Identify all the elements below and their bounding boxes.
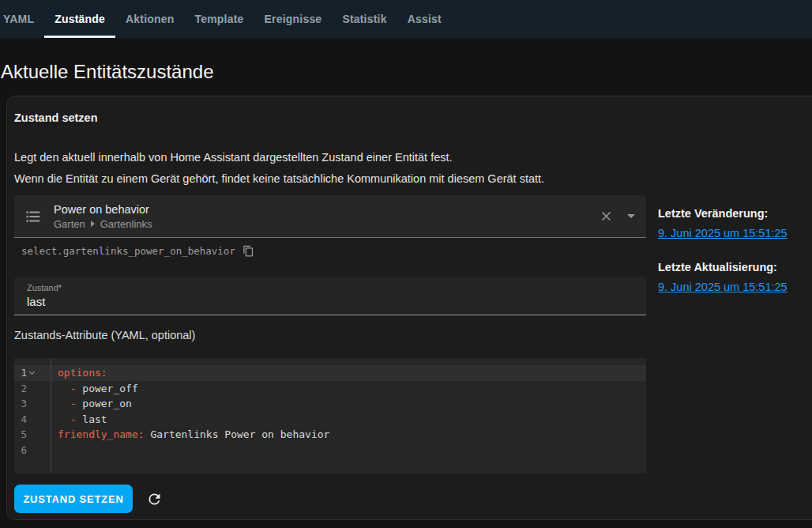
state-field[interactable]: Zustand* last xyxy=(14,277,646,315)
state-field-label: Zustand* xyxy=(27,283,633,292)
last-updated-link[interactable]: 9. Juni 2025 um 15:51:25 xyxy=(658,281,788,293)
tab-bar: YAMLZuständeAktionenTemplateEreignisseSt… xyxy=(0,0,812,38)
actions-row: ZUSTAND SETZEN xyxy=(14,485,646,513)
entity-breadcrumb: Garten Gartenlinks xyxy=(54,218,599,230)
set-state-button[interactable]: ZUSTAND SETZEN xyxy=(14,485,133,513)
tab-label: Assist xyxy=(408,13,442,25)
code-line: - power_off xyxy=(51,381,646,397)
last-updated-label: Letzte Aktualisierung: xyxy=(658,261,812,273)
breadcrumb-arrow-icon xyxy=(91,221,95,227)
clear-entity-button[interactable] xyxy=(599,209,614,224)
tab-template[interactable]: Template xyxy=(185,0,254,38)
tab-label: Ereignisse xyxy=(265,13,322,25)
fold-chevron-icon[interactable] xyxy=(27,371,51,374)
entity-id: select.gartenlinks_power_on_behavior xyxy=(21,245,235,257)
code-line: options: xyxy=(51,365,646,381)
card-heading: Zustand setzen xyxy=(14,111,646,124)
line-number: 3 xyxy=(14,396,27,412)
editor-line[interactable]: 5friendly_name: Gartenlinks Power on beh… xyxy=(14,427,646,443)
close-icon xyxy=(599,209,614,224)
editor-line[interactable]: 2 - power_off xyxy=(14,381,646,397)
tab-label: Statistik xyxy=(342,13,386,25)
line-number: 1 xyxy=(14,365,27,381)
description-line-1: Legt den aktuell innerhalb von Home Assi… xyxy=(14,147,646,168)
editor-line[interactable]: 6 xyxy=(14,443,646,458)
entity-id-row: select.gartenlinks_power_on_behavior xyxy=(14,245,646,257)
tab-yaml[interactable]: YAML xyxy=(0,0,44,38)
entity-info-panel: Letzte Veränderung: 9. Juni 2025 um 15:5… xyxy=(658,207,812,294)
line-number: 6 xyxy=(14,443,27,458)
editor-line[interactable]: 4 - last xyxy=(14,412,646,428)
last-changed-label: Letzte Veränderung: xyxy=(658,207,812,220)
set-state-form: Zustand setzen Legt den aktuell innerhal… xyxy=(14,111,646,513)
code-line: - last xyxy=(51,412,646,428)
line-number: 2 xyxy=(14,381,27,397)
code-line: - power_on xyxy=(51,396,646,412)
code-line: friendly_name: Gartenlinks Power on beha… xyxy=(51,427,646,443)
tab-label: Zustände xyxy=(55,13,105,25)
last-changed-block: Letzte Veränderung: 9. Juni 2025 um 15:5… xyxy=(658,207,812,240)
line-number: 5 xyxy=(14,427,27,443)
caret-down-icon[interactable] xyxy=(627,214,635,218)
refresh-button[interactable] xyxy=(146,491,163,507)
set-state-card: Zustand setzen Legt den aktuell innerhal… xyxy=(6,96,812,520)
tab-ereignisse[interactable]: Ereignisse xyxy=(254,0,333,38)
entity-device: Gartenlinks xyxy=(100,218,152,230)
format-list-bulleted-icon xyxy=(24,208,42,225)
editor-line[interactable]: 1options: xyxy=(14,365,646,381)
copy-entity-id-button[interactable] xyxy=(242,245,254,257)
page-title: Aktuelle Entitätszustände xyxy=(1,61,812,83)
refresh-icon xyxy=(146,491,163,507)
entity-name: Power on behavior xyxy=(54,203,599,216)
card-description: Legt den aktuell innerhalb von Home Assi… xyxy=(14,147,646,190)
tab-label: Template xyxy=(195,13,244,25)
attributes-label: Zustands-Attribute (YAML, optional) xyxy=(14,329,646,341)
yaml-editor-lines: 1options:2 - power_off3 - power_on4 - la… xyxy=(14,365,646,458)
tab-label: YAML xyxy=(3,13,34,25)
entity-picker-text: Power on behavior Garten Gartenlinks xyxy=(54,203,599,230)
line-number: 4 xyxy=(14,412,27,428)
entity-area: Garten xyxy=(54,218,85,230)
last-changed-link[interactable]: 9. Juni 2025 um 15:51:25 xyxy=(658,227,788,239)
editor-line[interactable]: 3 - power_on xyxy=(14,396,646,412)
tab-zustände[interactable]: Zustände xyxy=(44,0,115,38)
entity-picker[interactable]: Power on behavior Garten Gartenlinks xyxy=(14,195,646,238)
tab-label: Aktionen xyxy=(126,13,175,25)
state-field-value[interactable]: last xyxy=(27,295,633,308)
last-updated-block: Letzte Aktualisierung: 9. Juni 2025 um 1… xyxy=(658,261,812,294)
tab-statistik[interactable]: Statistik xyxy=(332,0,397,38)
tab-assist[interactable]: Assist xyxy=(397,0,452,38)
tab-aktionen[interactable]: Aktionen xyxy=(115,0,185,38)
yaml-editor[interactable]: 1options:2 - power_off3 - power_on4 - la… xyxy=(14,358,646,473)
description-line-2: Wenn die Entität zu einem Gerät gehört, … xyxy=(14,168,646,190)
editor-gutter-separator xyxy=(51,358,51,473)
content-copy-icon xyxy=(242,245,254,257)
